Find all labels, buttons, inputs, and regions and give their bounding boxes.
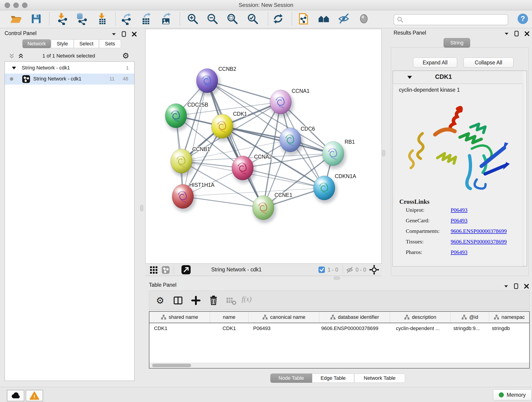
- delete-column-trash-icon[interactable]: [208, 295, 219, 306]
- collection-count: 1: [126, 65, 129, 71]
- maximize-panel-icon[interactable]: [514, 283, 519, 289]
- node-details-panel: CDK1 cyclin-dependent kinase 1: [393, 70, 527, 266]
- first-neighbors-button[interactable]: [317, 12, 330, 26]
- table-hscrollbar[interactable]: [149, 363, 529, 368]
- network-view-canvas[interactable]: CCNB2CCNA1CDC25BCDK1CDC6RB1CCNB1CCNA2CDK…: [145, 29, 382, 264]
- network-node-HIST1H1A[interactable]: HIST1H1A: [172, 182, 215, 212]
- hide-selected-button[interactable]: [337, 12, 350, 26]
- tab-node-table[interactable]: Node Table: [270, 374, 312, 383]
- maximize-panel-icon[interactable]: [121, 31, 127, 37]
- splitter-handle-left[interactable]: [140, 205, 143, 211]
- table-header-row: shared name name canonical name database…: [149, 312, 529, 323]
- network-from-clipboard-button[interactable]: [297, 12, 310, 26]
- network-node-CDC25B[interactable]: CDC25B: [165, 102, 208, 131]
- birds-eye-crosshair-icon[interactable]: [369, 265, 379, 274]
- column-header-database-identifier[interactable]: database identifier: [319, 312, 390, 323]
- save-session-button[interactable]: [30, 12, 43, 26]
- help-button[interactable]: ?: [516, 12, 530, 26]
- selected-checkbox-icon[interactable]: [318, 267, 325, 273]
- crosslink-label: Uniprot:: [406, 207, 424, 213]
- network-node-CCNA2[interactable]: CCNA2: [232, 154, 272, 183]
- open-session-button[interactable]: [9, 12, 22, 26]
- section-expander-icon[interactable]: [407, 75, 412, 79]
- show-all-button[interactable]: [357, 12, 370, 26]
- grid-view-icon[interactable]: [150, 266, 158, 274]
- column-header-shared-name[interactable]: shared name: [149, 312, 210, 323]
- tree-expander-icon[interactable]: [12, 66, 16, 70]
- search-input[interactable]: [405, 17, 508, 23]
- tab-sets[interactable]: Sets: [99, 39, 121, 48]
- crosslink-tissues-link[interactable]: 9606.ENSP00000378699: [451, 239, 507, 245]
- eye-icon: [358, 13, 370, 25]
- import-network-file-button[interactable]: [56, 12, 69, 26]
- network-graph[interactable]: CCNB2CCNA1CDC25BCDK1CDC6RB1CCNB1CCNA2CDK…: [146, 29, 381, 263]
- tab-select[interactable]: Select: [74, 39, 99, 48]
- crosslink-uniprot-link[interactable]: P06493: [451, 207, 467, 213]
- close-panel-icon[interactable]: [132, 32, 137, 37]
- network-row-selected[interactable]: String Network - cdk1 11 48: [5, 74, 134, 85]
- float-panel-icon[interactable]: [504, 284, 509, 289]
- column-header-description[interactable]: description: [390, 312, 451, 323]
- network-node-CDKN1A[interactable]: CDKN1A: [313, 173, 356, 203]
- float-panel-icon[interactable]: [504, 31, 509, 36]
- column-header-canonical-name[interactable]: canonical name: [249, 312, 319, 323]
- table-row[interactable]: CDK1 CDK1 P06493 9606.ENSP00000378699 cy…: [149, 323, 529, 334]
- splitter-handle-right[interactable]: [382, 150, 385, 156]
- network-node-CDK1[interactable]: CDK1: [211, 111, 247, 142]
- collapse-all-button[interactable]: Collapse All: [463, 57, 513, 68]
- zoom-fit-button[interactable]: [226, 12, 239, 26]
- tab-string[interactable]: String: [443, 38, 470, 48]
- tab-network-table[interactable]: Network Table: [354, 374, 405, 383]
- export-table-button[interactable]: [139, 12, 153, 26]
- import-table-button[interactable]: [96, 12, 109, 26]
- warnings-button[interactable]: !: [26, 390, 43, 401]
- tab-edge-table[interactable]: Edge Table: [312, 374, 354, 383]
- network-node-CCNB2[interactable]: CCNB2: [196, 66, 236, 96]
- zoom-out-icon: [206, 13, 218, 25]
- network-options-gear-icon[interactable]: ⚙: [122, 52, 129, 60]
- column-type-icon: [404, 314, 410, 320]
- memory-button[interactable]: Memory: [493, 389, 532, 400]
- table-options-gear-icon[interactable]: ⚙: [156, 296, 164, 305]
- zoom-selected-button[interactable]: [246, 12, 259, 26]
- splitter-handle-bottom[interactable]: [334, 277, 340, 280]
- crosslink-pharos-link[interactable]: P06493: [451, 249, 467, 255]
- maximize-panel-icon[interactable]: [514, 31, 519, 37]
- close-panel-icon[interactable]: [524, 31, 530, 36]
- network-node-CCNA1[interactable]: CCNA1: [270, 88, 310, 117]
- network-node-CCNE1[interactable]: CCNE1: [253, 192, 292, 223]
- zoom-in-button[interactable]: [186, 12, 199, 26]
- tab-style[interactable]: Style: [51, 39, 74, 48]
- control-panel-title: Control Panel: [5, 30, 36, 36]
- expand-all-button[interactable]: Expand All: [413, 57, 457, 68]
- refresh-button[interactable]: [272, 12, 285, 26]
- export-image-button[interactable]: [159, 12, 173, 26]
- crosslink-compartments-link[interactable]: 9606.ENSP00000378699: [451, 228, 507, 234]
- close-panel-icon[interactable]: [524, 283, 529, 289]
- search-field[interactable]: [394, 14, 508, 25]
- results-scrollbar[interactable]: [523, 71, 527, 266]
- show-columns-icon[interactable]: [173, 295, 183, 306]
- zoom-out-button[interactable]: [206, 12, 219, 26]
- column-header-id[interactable]: @id: [451, 312, 489, 323]
- crosslink-genecard-link[interactable]: P06493: [451, 217, 467, 224]
- hscrollbar-thumb[interactable]: [152, 364, 191, 367]
- window-title: Session: New Session: [0, 2, 532, 8]
- network-node-CCNB1[interactable]: CCNB1: [171, 146, 210, 177]
- cloud-status-button[interactable]: [7, 390, 24, 401]
- node-section-header[interactable]: CDK1: [393, 71, 523, 84]
- network-collection-row[interactable]: String Network - cdk1 1: [5, 63, 134, 74]
- column-header-namespace[interactable]: namespac: [489, 312, 529, 323]
- detach-view-icon[interactable]: [181, 265, 191, 274]
- node-label: CCNB1: [192, 146, 210, 152]
- import-network-icon: [56, 13, 68, 25]
- add-column-icon[interactable]: [191, 295, 201, 306]
- network-node-RB1[interactable]: RB1: [322, 139, 355, 169]
- float-panel-icon[interactable]: [111, 32, 116, 37]
- memory-status-dot: [499, 392, 504, 397]
- column-header-name[interactable]: name: [210, 312, 249, 323]
- network-view-icon[interactable]: [162, 266, 170, 274]
- import-network-database-button[interactable]: [75, 12, 88, 26]
- export-network-button[interactable]: [120, 12, 133, 26]
- tab-network[interactable]: Network: [22, 39, 51, 48]
